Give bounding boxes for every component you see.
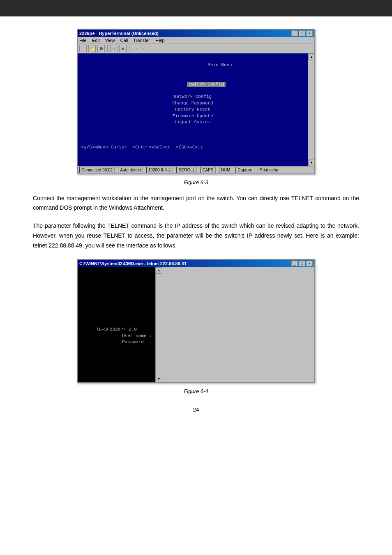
menu-transfer[interactable]: Transfer	[133, 38, 150, 43]
terminal-menu-6: Logout System	[81, 119, 304, 125]
cmd-titlebar: C:\WINNT\System32\CMD.exe - telnet 222.8…	[78, 260, 314, 267]
status-capture: Capture	[235, 167, 254, 173]
terminal-menu-3: Change Password	[81, 100, 304, 106]
toolbar-connect-icon[interactable]: ↔	[110, 45, 118, 52]
terminal-line-blank7	[81, 157, 304, 163]
cmd-line-blank3	[81, 282, 152, 288]
terminal-menu-4: Factory Reset	[81, 106, 304, 113]
menu-view[interactable]: View	[105, 38, 115, 43]
cmd-line-blank11	[81, 352, 152, 358]
top-bar	[0, 0, 392, 16]
toolbar-open-icon[interactable]: 📂	[88, 45, 96, 52]
status-baud: 19200 8-N-1	[146, 167, 173, 173]
cmd-pass-line: Password -	[122, 339, 152, 345]
status-connected: Connected 00:02	[79, 167, 115, 173]
window-menubar: File Edit View Call Transfer Help	[78, 37, 314, 44]
cmd-line-blank5	[81, 295, 152, 301]
terminal-menu-1: Switch Config	[81, 75, 304, 94]
cmd-scroll-track	[156, 274, 162, 376]
terminal-menu-2: Network Config	[81, 94, 304, 100]
terminal-wrapper: Main Menu Switch Config Network Config C…	[78, 53, 314, 166]
cmd-line-blank1	[81, 270, 152, 276]
toolbar-sep2	[129, 45, 129, 52]
close-button[interactable]: ×	[306, 30, 313, 36]
cmd-minimize-button[interactable]: _	[291, 261, 298, 266]
cmd-window-controls: _ □ ×	[291, 261, 313, 266]
cmd-line-blank2	[81, 276, 152, 282]
cmd-line-blank6	[81, 301, 152, 308]
window-titlebar: 2226p+ - HyperTerminal (Unlicensed) _ □ …	[78, 30, 314, 37]
cmd-line-blank8	[81, 314, 152, 320]
terminal-main: Main Menu Switch Config Network Config C…	[78, 53, 308, 166]
scroll-up-arrow[interactable]: ▲	[308, 53, 315, 60]
scroll-track	[308, 60, 314, 160]
menu-switch-config: Switch Config	[187, 82, 226, 87]
figure3-caption: Figure 6-3	[33, 179, 359, 185]
cmd-terminal-wrapper: TL-SF2226P+ 2.0 User name : Password - ▲…	[78, 267, 314, 382]
cmd-scroll-up[interactable]: ▲	[156, 267, 162, 274]
cmd-restore-button[interactable]: □	[299, 261, 305, 266]
terminal-line-blank5	[81, 138, 304, 144]
cmd-window: C:\WINNT\System32\CMD.exe - telnet 222.8…	[77, 259, 315, 383]
window-title: 2226p+ - HyperTerminal (Unlicensed)	[79, 31, 159, 36]
terminal-line-blank3	[81, 125, 304, 132]
paragraph2: The parameter following the TELNET comma…	[33, 221, 359, 250]
window-toolbar: □ 📂 ⚙ ↔ ✕ → ←	[78, 44, 314, 53]
window-statusbar: Connected 00:02 Auto detect 19200 8-N-1 …	[78, 166, 314, 173]
status-scroll: SCROLL	[176, 167, 197, 173]
status-detect: Auto detect	[118, 167, 143, 173]
terminal-line-blank6	[81, 151, 304, 157]
menu-call[interactable]: Call	[120, 38, 128, 43]
hyperterminal-window: 2226p+ - HyperTerminal (Unlicensed) _ □ …	[77, 29, 315, 174]
paragraph1: Connect the management workstation to th…	[33, 194, 359, 213]
menu-file[interactable]: File	[79, 38, 87, 43]
terminal-line-blank1	[81, 56, 304, 62]
status-num: NUM	[219, 167, 233, 173]
menu-help[interactable]: Help	[155, 38, 165, 43]
status-print: Print echo	[258, 167, 280, 173]
cmd-line-blank9	[81, 320, 152, 326]
terminal-scrollbar: ▲ ▼	[308, 53, 314, 166]
toolbar-send-icon[interactable]: →	[132, 45, 139, 52]
cmd-product-line: TL-SF2226P+ 2.0	[81, 326, 152, 333]
cmd-user-line: User name :	[122, 333, 152, 339]
window-controls: _ □ ×	[291, 30, 313, 36]
status-caps: CAPS	[200, 167, 215, 173]
cmd-line-blank4	[81, 289, 152, 295]
cmd-scrollbar: ▲ ▼	[155, 267, 162, 382]
terminal-line-blank2	[81, 69, 304, 75]
restore-button[interactable]: □	[299, 30, 305, 36]
cmd-line-blank7	[81, 308, 152, 314]
minimize-button[interactable]: _	[291, 30, 298, 36]
toolbar-receive-icon[interactable]: ←	[141, 45, 148, 52]
terminal-menu-5: Firmware Update	[81, 113, 304, 119]
toolbar-disconnect-icon[interactable]: ✕	[119, 45, 127, 52]
cmd-line-blank10	[81, 345, 152, 352]
cmd-close-button[interactable]: ×	[306, 261, 313, 266]
toolbar-props-icon[interactable]: ⚙	[97, 45, 105, 52]
page-content: 2226p+ - HyperTerminal (Unlicensed) _ □ …	[0, 16, 392, 429]
terminal-title-line: Main Menu	[81, 62, 304, 68]
toolbar-sep1	[107, 45, 108, 52]
cmd-title: C:\WINNT\System32\CMD.exe - telnet 222.8…	[79, 261, 187, 266]
menu-edit[interactable]: Edit	[92, 38, 100, 43]
cmd-line-blank12	[81, 358, 152, 364]
scroll-down-arrow[interactable]: ▼	[308, 160, 315, 166]
page-number: 24	[33, 407, 359, 413]
cmd-terminal-main: TL-SF2226P+ 2.0 User name : Password -	[78, 267, 155, 382]
terminal-help-line: <W/S>=Move Cursor <Enter>=Select <ESC>=E…	[81, 144, 304, 150]
toolbar-new-icon[interactable]: □	[79, 45, 87, 52]
figure4-caption: Figure 6-4	[33, 388, 359, 394]
terminal-line-blank4	[81, 132, 304, 138]
cmd-scroll-down[interactable]: ▼	[156, 376, 162, 382]
